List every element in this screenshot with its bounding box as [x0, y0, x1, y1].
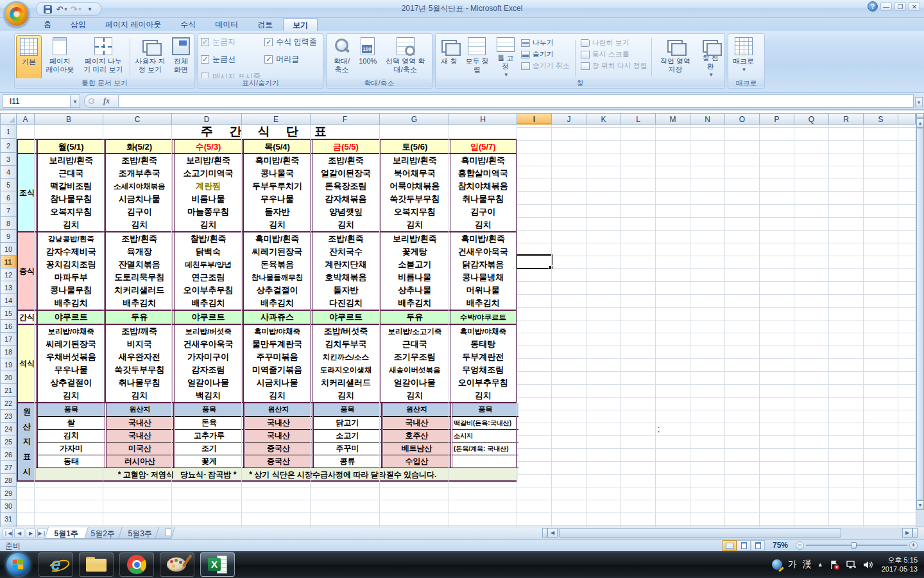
ribbon-button-사용자 지정 보기[interactable]: 사용자 지정 보기	[132, 35, 169, 79]
menu-item[interactable]: 조밥/흰죽	[312, 154, 379, 167]
column-header-I[interactable]: I	[517, 113, 552, 125]
menu-item[interactable]: 조밥/흰죽	[106, 232, 172, 245]
row-header-12[interactable]: 12	[0, 268, 17, 281]
menu-item[interactable]: 오이부추무침	[175, 284, 242, 297]
row-header-26[interactable]: 26	[0, 448, 17, 461]
menu-item[interactable]: 비지국	[106, 338, 172, 351]
menu-item[interactable]: 비름나물	[381, 271, 448, 284]
column-header-R[interactable]: R	[829, 113, 864, 125]
menu-item[interactable]: 근대국	[381, 338, 448, 351]
menu-item[interactable]: 보리밥/흰죽	[175, 154, 242, 167]
menu-item[interactable]: 김치	[381, 389, 448, 402]
menu-item[interactable]: 연근조림	[175, 271, 242, 284]
menu-item[interactable]: 어묵야채볶음	[381, 180, 448, 193]
menu-item[interactable]: 백김치	[175, 389, 242, 402]
menu-item[interactable]: 찰밥/흰죽	[175, 232, 242, 245]
menu-item[interactable]: 김치두부국	[312, 338, 379, 351]
vertical-scrollbar[interactable]: ▲ ▼	[916, 113, 924, 527]
close-button[interactable]: ✕	[909, 2, 920, 11]
menu-item[interactable]: 야쿠르트	[312, 311, 379, 324]
scroll-right-arrow[interactable]: ▶	[902, 528, 912, 538]
menu-item[interactable]: 닭감자볶음	[450, 258, 516, 271]
ribbon-small-숨기기[interactable]: 숨기기	[521, 49, 570, 59]
menu-item[interactable]: 무우나물	[38, 363, 104, 376]
ribbon-tab-데이터[interactable]: 데이터	[206, 18, 247, 31]
origin-cell[interactable]: 쌀	[38, 416, 105, 429]
menu-item[interactable]: 양념깻잎	[312, 206, 379, 218]
menu-item[interactable]: 김구이	[106, 206, 172, 218]
menu-item[interactable]: 잔멸치볶음	[106, 258, 172, 271]
ribbon-tab-페이지 레이아웃[interactable]: 페이지 레이아웃	[96, 18, 170, 31]
ribbon-button-선택 영역 확대/축소[interactable]: 선택 영역 확대/축소	[380, 35, 431, 79]
origin-cell[interactable]: 가자미	[38, 442, 105, 455]
menu-item[interactable]: 꽁치김치조림	[38, 258, 104, 271]
origin-cell[interactable]: 국내산	[245, 429, 312, 442]
menu-item[interactable]: 오이부추무침	[450, 376, 516, 389]
menu-item[interactable]: 김치	[38, 218, 104, 231]
chrome-button[interactable]	[119, 552, 154, 577]
origin-cell[interactable]: 콩류	[314, 455, 381, 468]
start-button[interactable]	[6, 553, 30, 576]
origin-header-cell[interactable]: 품목	[314, 403, 381, 416]
menu-item[interactable]: 씨레기된장국	[244, 245, 310, 258]
paint-button[interactable]	[160, 552, 194, 577]
ime-hanja-indicator[interactable]: 漢	[803, 559, 812, 570]
menu-item[interactable]: 흑미밥/야채죽	[450, 325, 516, 338]
origin-cell[interactable]: 떡갈비(돈육:국내산)	[452, 416, 518, 429]
origin-cell[interactable]: 국내산	[107, 416, 173, 429]
row-header-1[interactable]: 1	[0, 125, 17, 139]
normal-view-button[interactable]	[723, 540, 737, 551]
menu-item[interactable]: 김치	[106, 389, 172, 402]
menu-item[interactable]: 김치	[244, 218, 310, 231]
volume-icon[interactable]	[862, 559, 873, 570]
menu-item[interactable]: 보리밥/버섯죽	[175, 325, 242, 338]
menu-item[interactable]: 잔치국수	[312, 245, 379, 258]
row-header-28[interactable]: 28	[0, 474, 17, 487]
column-header-H[interactable]: H	[449, 113, 517, 125]
menu-item[interactable]: 두유	[106, 311, 172, 324]
ribbon-tab-수식[interactable]: 수식	[171, 18, 205, 31]
h-split-left[interactable]	[542, 528, 547, 538]
menu-item[interactable]: 콩나물냉채	[450, 271, 516, 284]
origin-cell[interactable]: 동태	[38, 455, 105, 468]
menu-item[interactable]: 얼갈이된장국	[312, 167, 379, 180]
internet-explorer-button[interactable]: e	[38, 552, 73, 577]
origin-cell[interactable]: 꽃게	[175, 455, 243, 468]
menu-item[interactable]: 김치	[312, 218, 379, 231]
menu-item[interactable]: 김치	[175, 218, 242, 231]
menu-item[interactable]: 오복지무침	[381, 206, 448, 218]
menu-item[interactable]: 사과쥬스	[244, 311, 310, 324]
menu-item[interactable]: 새송이버섯볶음	[381, 363, 448, 376]
row-header-4[interactable]: 4	[0, 166, 17, 179]
menu-item[interactable]: 강낭콩밥/흰죽	[38, 232, 104, 245]
prev-sheet-button[interactable]: ◀	[14, 529, 24, 538]
next-sheet-button[interactable]: ▶	[26, 529, 36, 538]
page-break-view-button[interactable]	[751, 540, 765, 551]
checkbox-눈금자[interactable]: ✓눈금자	[201, 37, 261, 48]
origin-cell[interactable]: 호주산	[383, 429, 450, 442]
ribbon-button-페이지 나누기 미리 보기[interactable]: 페이지 나누기 미리 보기	[78, 35, 128, 79]
column-header-D[interactable]: D	[172, 113, 242, 125]
menu-item[interactable]: 배추김치	[244, 297, 310, 310]
help-button[interactable]: ?	[868, 1, 878, 12]
menu-item[interactable]: 보리밥/소고기죽	[381, 325, 448, 338]
menu-item[interactable]: 감자조림	[175, 363, 242, 376]
row-header-15[interactable]: 15	[0, 307, 17, 320]
restore-button[interactable]: ❐	[894, 2, 906, 11]
origin-header-cell[interactable]: 품목	[38, 403, 105, 416]
scroll-up-arrow[interactable]: ▲	[916, 118, 924, 128]
menu-item[interactable]: 쑥갓두부무침	[106, 363, 172, 376]
menu-item[interactable]: 배추김치	[450, 297, 516, 310]
header-corner-cell[interactable]	[18, 140, 36, 153]
origin-cell[interactable]: 조기	[175, 442, 243, 455]
menu-item[interactable]: 콩나물국	[244, 167, 310, 180]
menu-item[interactable]: 배추김치	[106, 297, 172, 310]
origin-cell[interactable]: (돈육/계육: 국내산)	[452, 442, 518, 455]
menu-item[interactable]: 김치	[450, 218, 516, 231]
day-header-일(5/7)[interactable]: 일(5/7)	[449, 140, 516, 154]
excel-button[interactable]: X	[200, 552, 235, 577]
menu-item[interactable]: 김치	[244, 389, 310, 402]
menu-item[interactable]: 무우나물	[244, 193, 310, 206]
page-layout-view-button[interactable]	[737, 540, 751, 551]
menu-item[interactable]: 배추김치	[381, 297, 448, 310]
